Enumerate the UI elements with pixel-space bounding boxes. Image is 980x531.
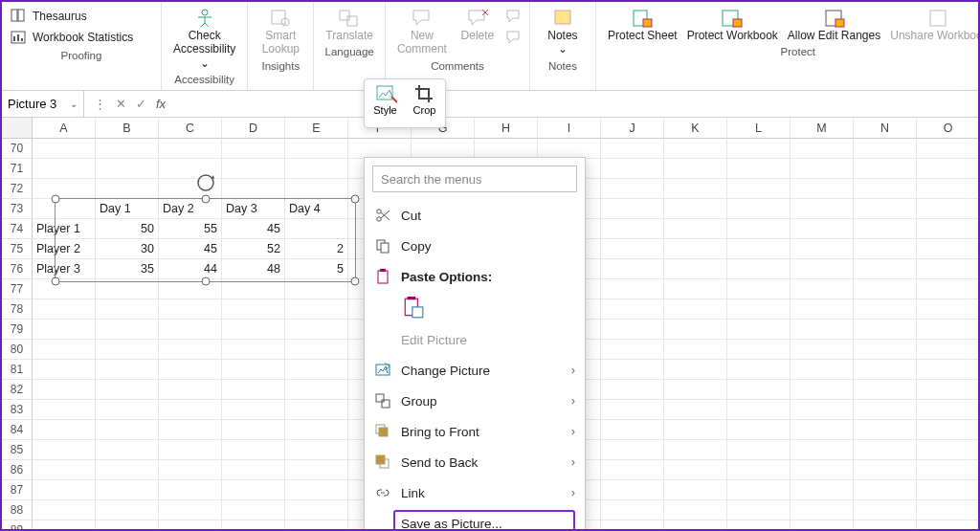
cell-L87[interactable] — [727, 480, 791, 500]
row-header-80[interactable]: 80 — [2, 340, 33, 360]
cell-J78[interactable] — [601, 299, 664, 320]
cell-A77[interactable] — [33, 279, 96, 299]
thesaurus-button[interactable]: Thesaurus — [10, 6, 153, 27]
cell-N70[interactable] — [854, 139, 917, 159]
cell-N85[interactable] — [854, 440, 917, 460]
cell-J82[interactable] — [601, 380, 664, 400]
cell-C77[interactable] — [159, 279, 222, 299]
cell-K70[interactable] — [664, 139, 727, 159]
cell-O74[interactable] — [917, 219, 980, 239]
cancel-icon[interactable]: ✕ — [112, 97, 130, 111]
cell-N89[interactable] — [854, 520, 917, 531]
cell-A89[interactable] — [33, 520, 96, 531]
cell-D75[interactable]: 52 — [222, 239, 285, 259]
cell-C78[interactable] — [159, 299, 222, 320]
cell-A72[interactable] — [33, 179, 96, 199]
cell-B74[interactable]: 50 — [96, 219, 159, 239]
cell-M81[interactable] — [791, 360, 854, 380]
cell-N86[interactable] — [854, 460, 917, 480]
cell-O73[interactable] — [917, 199, 980, 219]
cell-C81[interactable] — [159, 360, 222, 380]
cell-C74[interactable]: 55 — [159, 219, 222, 239]
cell-A70[interactable] — [33, 139, 96, 159]
cell-N72[interactable] — [854, 179, 917, 199]
cell-K83[interactable] — [664, 400, 727, 420]
cell-A81[interactable] — [33, 360, 96, 380]
cell-O70[interactable] — [917, 139, 980, 159]
col-header-L[interactable]: L — [727, 118, 791, 139]
cell-L78[interactable] — [727, 299, 791, 320]
cell-L70[interactable] — [727, 139, 791, 159]
cell-L89[interactable] — [727, 520, 791, 531]
cell-J76[interactable] — [601, 259, 664, 279]
cell-D77[interactable] — [222, 279, 285, 299]
cell-D80[interactable] — [222, 340, 285, 360]
cell-K79[interactable] — [664, 320, 727, 340]
enter-icon[interactable]: ✓ — [132, 97, 150, 111]
cell-E75[interactable]: 2 — [285, 239, 348, 259]
cell-J70[interactable] — [601, 139, 664, 159]
cell-J80[interactable] — [601, 340, 664, 360]
cell-C88[interactable] — [159, 500, 222, 520]
cell-C76[interactable]: 44 — [159, 259, 222, 279]
row-header-85[interactable]: 85 — [2, 440, 33, 460]
cell-A78[interactable] — [33, 299, 96, 320]
col-header-B[interactable]: B — [96, 118, 159, 139]
cell-A88[interactable] — [33, 500, 96, 520]
cell-O72[interactable] — [917, 179, 980, 199]
cell-M89[interactable] — [791, 520, 854, 531]
row-header-87[interactable]: 87 — [2, 480, 33, 500]
cell-C85[interactable] — [159, 440, 222, 460]
cell-B73[interactable]: Day 1 — [96, 199, 159, 219]
ctx-paste-picture[interactable] — [401, 296, 426, 321]
cell-B84[interactable] — [96, 420, 159, 440]
cell-E89[interactable] — [285, 520, 348, 531]
cell-D71[interactable] — [222, 159, 285, 179]
ctx-change-picture[interactable]: Change Picture › — [365, 355, 585, 386]
cell-C75[interactable]: 45 — [159, 239, 222, 259]
cell-L79[interactable] — [727, 320, 791, 340]
cell-C71[interactable] — [159, 159, 222, 179]
cell-B71[interactable] — [96, 159, 159, 179]
cell-N83[interactable] — [854, 400, 917, 420]
col-header-H[interactable]: H — [475, 118, 538, 139]
cell-L86[interactable] — [727, 460, 791, 480]
cell-K73[interactable] — [664, 199, 727, 219]
col-header-E[interactable]: E — [285, 118, 348, 139]
cell-E71[interactable] — [285, 159, 348, 179]
cell-E81[interactable] — [285, 360, 348, 380]
cell-A82[interactable] — [33, 380, 96, 400]
cell-J79[interactable] — [601, 320, 664, 340]
cell-B70[interactable] — [96, 139, 159, 159]
ctx-send-to-back[interactable]: Send to Back › — [365, 447, 585, 477]
cell-M72[interactable] — [791, 179, 854, 199]
col-header-C[interactable]: C — [159, 118, 222, 139]
cell-L72[interactable] — [727, 179, 791, 199]
cell-K85[interactable] — [664, 440, 727, 460]
cell-N88[interactable] — [854, 500, 917, 520]
cell-O87[interactable] — [917, 480, 980, 500]
cell-A87[interactable] — [33, 480, 96, 500]
col-header-O[interactable]: O — [917, 118, 980, 139]
fx-icon[interactable]: fx — [152, 97, 169, 111]
cell-K77[interactable] — [664, 279, 727, 299]
cell-L81[interactable] — [727, 360, 791, 380]
cell-B79[interactable] — [96, 320, 159, 340]
cell-L74[interactable] — [727, 219, 791, 239]
cell-A86[interactable] — [33, 460, 96, 480]
cell-N79[interactable] — [854, 320, 917, 340]
row-header-81[interactable]: 81 — [2, 360, 33, 380]
crop-button[interactable]: Crop — [406, 83, 443, 125]
cell-M73[interactable] — [791, 199, 854, 219]
notes-button[interactable]: Notes ⌄ — [538, 6, 588, 58]
row-header-88[interactable]: 88 — [2, 500, 33, 520]
cell-O76[interactable] — [917, 259, 980, 279]
col-header-N[interactable]: N — [854, 118, 917, 139]
row-header-84[interactable]: 84 — [2, 420, 33, 440]
cell-D72[interactable] — [222, 179, 285, 199]
cell-D76[interactable]: 48 — [222, 259, 285, 279]
col-header-K[interactable]: K — [664, 118, 727, 139]
ctx-save-as-picture[interactable]: Save as Picture... — [365, 508, 585, 531]
cell-O89[interactable] — [917, 520, 980, 531]
cell-L75[interactable] — [727, 239, 791, 259]
